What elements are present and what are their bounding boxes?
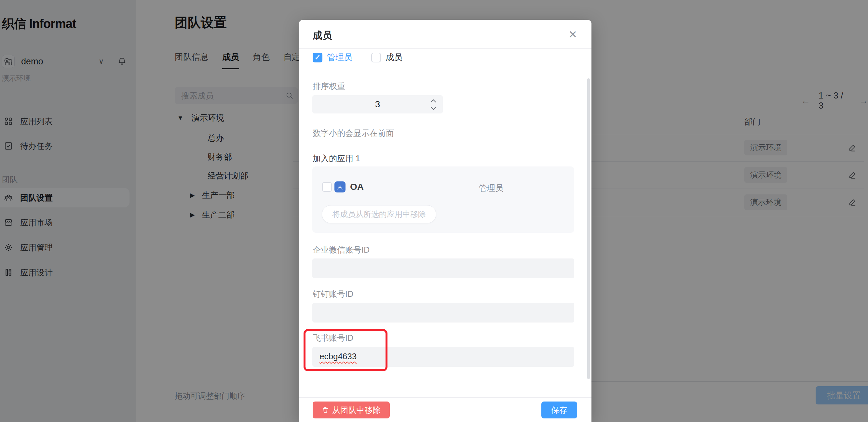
app-row: OA — [322, 182, 364, 192]
modal-scrollbar[interactable] — [587, 78, 590, 379]
app-select-checkbox[interactable] — [322, 182, 332, 192]
admin-checkbox[interactable]: ✓ — [313, 53, 322, 62]
modal-title: 成员 — [313, 29, 332, 42]
remove-from-apps-button[interactable]: 将成员从所选的应用中移除 — [322, 205, 436, 223]
sort-weight-stepper[interactable]: 3 — [312, 95, 443, 113]
app-role-label: 管理员 — [479, 183, 503, 193]
sort-weight-hint: 数字小的会显示在前面 — [313, 128, 394, 138]
wecom-id-label: 企业微信账号ID — [313, 245, 370, 255]
dingtalk-id-label: 钉钉账号ID — [313, 289, 353, 299]
modal-header: 成员 ✕ — [299, 20, 591, 49]
save-button[interactable]: 保存 — [541, 401, 577, 418]
app-window: 织信 Informat demo ∨ 演示环境 — [0, 0, 868, 422]
joined-app-card: OA 管理员 将成员从所选的应用中移除 — [312, 166, 574, 233]
role-checkbox-group: ✓ 管理员 成员 — [313, 52, 402, 63]
admin-checkbox-label: 管理员 — [327, 52, 352, 63]
stepper-arrows-icon[interactable] — [429, 98, 438, 112]
annotation-highlight-box — [304, 329, 388, 371]
member-checkbox[interactable] — [371, 53, 381, 62]
sort-weight-value: 3 — [312, 99, 443, 109]
dingtalk-id-input[interactable] — [312, 303, 574, 323]
close-icon[interactable]: ✕ — [568, 28, 577, 41]
wecom-id-input[interactable] — [312, 258, 574, 278]
remove-from-team-label: 从团队中移除 — [332, 405, 381, 416]
trash-icon — [322, 407, 329, 414]
oa-app-icon — [335, 182, 345, 192]
sort-weight-label: 排序权重 — [313, 81, 345, 92]
remove-from-team-button[interactable]: 从团队中移除 — [313, 401, 390, 418]
modal-footer: 从团队中移除 保存 — [299, 397, 591, 422]
app-name: OA — [350, 182, 364, 192]
joined-apps-label: 加入的应用 1 — [313, 153, 360, 164]
member-checkbox-label: 成员 — [385, 52, 402, 63]
